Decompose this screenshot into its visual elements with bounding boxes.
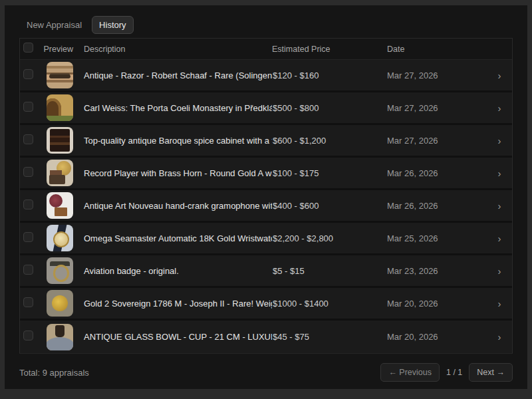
row-checkbox[interactable] (23, 265, 33, 275)
row-checkbox[interactable] (23, 297, 33, 307)
table-row[interactable]: Record Player with Brass Horn - Round Go… (20, 158, 512, 190)
item-description: Antique - Razor - Robert Schaaf - Rare (… (76, 70, 272, 80)
table-row[interactable]: Omega Seamaster Automatic 18K Gold Wrist… (20, 223, 512, 255)
item-description: ANTIQUE GLASS BOWL - CUP - 21 CM - LUXUR… (76, 332, 272, 342)
chevron-right-icon[interactable]: › (487, 298, 512, 309)
chevron-right-icon[interactable]: › (487, 233, 512, 244)
table-row[interactable]: Aviation badge - original. $5 - $15 Mar … (20, 255, 512, 288)
row-checkbox[interactable] (23, 102, 33, 112)
item-thumbnail-aviation-badge (47, 257, 73, 284)
row-checkbox[interactable] (23, 69, 33, 79)
next-page-button[interactable]: Next → (469, 363, 513, 382)
chevron-right-icon[interactable]: › (487, 102, 512, 114)
item-description: Record Player with Brass Horn - Round Go… (76, 168, 272, 178)
item-price: $100 - $175 (272, 168, 387, 178)
item-price: $400 - $600 (272, 201, 387, 211)
header-description: Description (76, 45, 272, 54)
table-row[interactable]: Carl Weiss: The Porta Coeli Monastery in… (20, 92, 512, 125)
chevron-right-icon[interactable]: › (487, 265, 512, 277)
chevron-right-icon[interactable]: › (487, 200, 512, 211)
item-description: Antique Art Nouveau hand-crank gramophon… (76, 201, 272, 211)
row-checkbox[interactable] (23, 167, 33, 177)
item-price: $1000 - $1400 (272, 299, 387, 309)
item-price: $120 - $160 (272, 70, 387, 80)
item-description: Carl Weiss: The Porta Coeli Monastery in… (76, 103, 272, 113)
chevron-right-icon[interactable]: › (487, 168, 512, 179)
item-price: $45 - $75 (272, 332, 387, 342)
table-row[interactable]: Antique - Razor - Robert Schaaf - Rare (… (20, 60, 512, 92)
appraisal-history-table: Preview Description Estimated Price Date… (19, 38, 513, 354)
item-price: $2,200 - $2,800 (272, 233, 387, 243)
item-thumbnail-brass-gramophone (47, 160, 73, 186)
item-date: Mar 27, 2026 (387, 70, 487, 80)
item-date: Mar 27, 2026 (387, 136, 487, 146)
chevron-right-icon[interactable]: › (487, 331, 512, 342)
previous-page-button[interactable]: ← Previous (380, 363, 440, 382)
table-row[interactable]: Top-quality antique Baroque spice cabine… (20, 125, 512, 158)
item-date: Mar 23, 2026 (387, 266, 487, 276)
row-checkbox[interactable] (23, 200, 33, 209)
tab-bar: New Appraisal History (19, 16, 513, 33)
item-price: $600 - $1,200 (272, 136, 387, 146)
tab-history[interactable]: History (92, 16, 133, 34)
item-date: Mar 20, 2026 (387, 299, 487, 309)
row-checkbox[interactable] (23, 232, 33, 242)
item-date: Mar 26, 2026 (387, 201, 487, 211)
total-count-label: Total: 9 appraisals (19, 368, 89, 378)
item-price: $5 - $15 (272, 266, 387, 276)
chevron-right-icon[interactable]: › (487, 135, 512, 146)
item-description: Top-quality antique Baroque spice cabine… (76, 136, 272, 146)
table-footer: Total: 9 appraisals ← Previous 1 / 1 Nex… (19, 362, 513, 383)
item-thumbnail-glass-bowl (47, 324, 73, 350)
item-description: Gold 2 Sovereign 1786 M - Joseph II - Ra… (76, 299, 272, 309)
item-thumbnail-razor (47, 62, 73, 88)
page-indicator: 1 / 1 (446, 368, 462, 377)
table-row[interactable]: ANTIQUE GLASS BOWL - CUP - 21 CM - LUXUR… (20, 321, 512, 353)
item-thumbnail-spice-cabinet (47, 127, 73, 154)
tab-new-appraisal[interactable]: New Appraisal (19, 16, 89, 34)
chevron-right-icon[interactable]: › (487, 70, 512, 81)
item-date: Mar 26, 2026 (387, 168, 487, 178)
header-estimated-price: Estimated Price (272, 45, 387, 54)
row-checkbox[interactable] (23, 331, 33, 340)
item-date: Mar 27, 2026 (387, 103, 487, 113)
item-thumbnail-monastery-painting (47, 94, 73, 121)
table-row[interactable]: Antique Art Nouveau hand-crank gramophon… (20, 190, 512, 223)
table-header-row: Preview Description Estimated Price Date (20, 39, 512, 60)
item-date: Mar 20, 2026 (387, 332, 487, 342)
item-thumbnail-gold-wristwatch (47, 225, 73, 251)
item-description: Omega Seamaster Automatic 18K Gold Wrist… (76, 233, 272, 243)
header-preview: Preview (43, 45, 76, 54)
row-checkbox[interactable] (23, 134, 33, 144)
header-date: Date (387, 45, 487, 54)
item-thumbnail-red-gramophone (47, 192, 73, 219)
appraisals-page: New Appraisal History Preview Descriptio… (5, 5, 527, 389)
item-thumbnail-gold-coin (47, 290, 73, 317)
item-date: Mar 25, 2026 (387, 233, 487, 243)
item-price: $500 - $800 (272, 103, 387, 113)
pagination: ← Previous 1 / 1 Next → (380, 363, 513, 382)
item-description: Aviation badge - original. (76, 266, 272, 276)
select-all-checkbox[interactable] (23, 43, 33, 53)
table-row[interactable]: Gold 2 Sovereign 1786 M - Joseph II - Ra… (20, 288, 512, 321)
